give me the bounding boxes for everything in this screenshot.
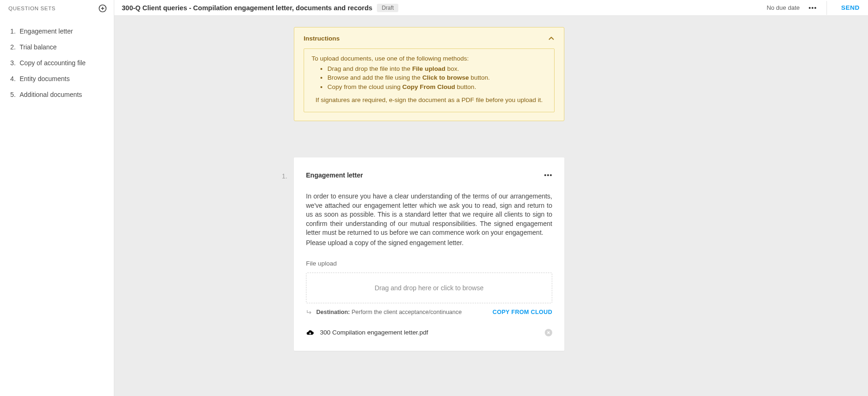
destination-label: Destination: Perform the client acceptan…	[316, 309, 462, 315]
instruction-item: Browse and add the file using the Click …	[327, 74, 547, 82]
more-horizontal-icon	[544, 174, 552, 177]
svg-point-8	[550, 174, 552, 176]
list-item-label: Copy of accounting file	[20, 59, 86, 67]
copy-from-cloud-button[interactable]: COPY FROM CLOUD	[493, 309, 552, 315]
due-date[interactable]: No due date	[767, 4, 800, 11]
main-area: 300-Q Client queries - Compilation engag…	[114, 0, 868, 396]
more-horizontal-icon	[808, 7, 817, 9]
sidebar-item-copy-accounting-file[interactable]: 3. Copy of accounting file	[0, 55, 114, 71]
top-bar: 300-Q Client queries - Compilation engag…	[114, 0, 868, 16]
svg-point-3	[809, 7, 811, 9]
list-item-label: Trial balance	[20, 43, 57, 51]
list-item-number: 1.	[10, 27, 20, 35]
sidebar-title: QUESTION SETS	[8, 6, 56, 11]
svg-point-6	[544, 174, 546, 176]
question-title: Engagement letter	[306, 171, 363, 179]
close-icon	[547, 331, 550, 335]
question-number: 1.	[280, 157, 294, 351]
sidebar-item-additional-documents[interactable]: 5. Additional documents	[0, 87, 114, 102]
sidebar: QUESTION SETS 1. Engagement letter 2. Tr…	[0, 0, 114, 396]
send-button[interactable]: SEND	[841, 4, 860, 11]
list-item-number: 4.	[10, 75, 20, 82]
file-dropzone[interactable]: Drag and drop here or click to browse	[306, 273, 552, 303]
attached-file-name[interactable]: 300 Compilation engagement letter.pdf	[320, 329, 545, 336]
sidebar-header: QUESTION SETS	[0, 4, 114, 18]
sidebar-item-entity-documents[interactable]: 4. Entity documents	[0, 71, 114, 87]
instruction-item: Copy from the cloud using Copy From Clou…	[327, 83, 547, 91]
signature-note: If signatures are required, e-sign the d…	[312, 96, 547, 104]
question-block: 1. Engagement letter In order to ensure …	[294, 157, 564, 351]
svg-point-7	[547, 174, 549, 176]
list-item-number: 2.	[10, 43, 20, 51]
chevron-up-icon	[548, 35, 555, 42]
attached-file-row: 300 Compilation engagement letter.pdf	[306, 327, 552, 339]
instruction-item: Drag and drop the file into the File upl…	[327, 65, 547, 73]
more-options-button[interactable]	[808, 3, 817, 13]
list-item-label: Additional documents	[20, 91, 82, 98]
instructions-body: To upload documents, use one of the foll…	[304, 48, 555, 112]
content-area: Instructions To upload documents, use on…	[114, 16, 868, 396]
list-item-number: 3.	[10, 59, 20, 67]
question-set-list: 1. Engagement letter 2. Trial balance 3.…	[0, 18, 114, 102]
question-card: Engagement letter In order to ensure you…	[294, 157, 564, 351]
arrow-return-icon	[306, 309, 312, 315]
list-item-label: Engagement letter	[20, 27, 73, 35]
list-item-number: 5.	[10, 91, 20, 98]
file-upload-label: File upload	[306, 260, 552, 267]
destination-row: Destination: Perform the client acceptan…	[306, 309, 552, 315]
svg-point-4	[812, 7, 813, 9]
remove-file-button[interactable]	[545, 329, 552, 336]
instructions-panel: Instructions To upload documents, use on…	[294, 27, 564, 121]
divider	[826, 1, 827, 15]
question-more-button[interactable]	[544, 174, 552, 177]
add-question-set-button[interactable]	[98, 4, 107, 13]
sidebar-item-engagement-letter[interactable]: 1. Engagement letter	[0, 23, 114, 39]
instructions-intro: To upload documents, use one of the foll…	[312, 55, 547, 63]
status-badge: Draft	[377, 4, 398, 12]
sidebar-item-trial-balance[interactable]: 2. Trial balance	[0, 39, 114, 55]
question-description: In order to ensure you have a clear unde…	[306, 192, 552, 248]
svg-point-5	[814, 7, 816, 9]
plus-circle-icon	[98, 4, 107, 13]
question-header: Engagement letter	[306, 171, 552, 179]
instructions-title: Instructions	[304, 35, 340, 42]
document-title: 300-Q Client queries - Compilation engag…	[122, 4, 372, 12]
instructions-toggle[interactable]: Instructions	[304, 35, 555, 42]
list-item-label: Entity documents	[20, 75, 69, 82]
cloud-download-icon[interactable]	[306, 328, 314, 337]
